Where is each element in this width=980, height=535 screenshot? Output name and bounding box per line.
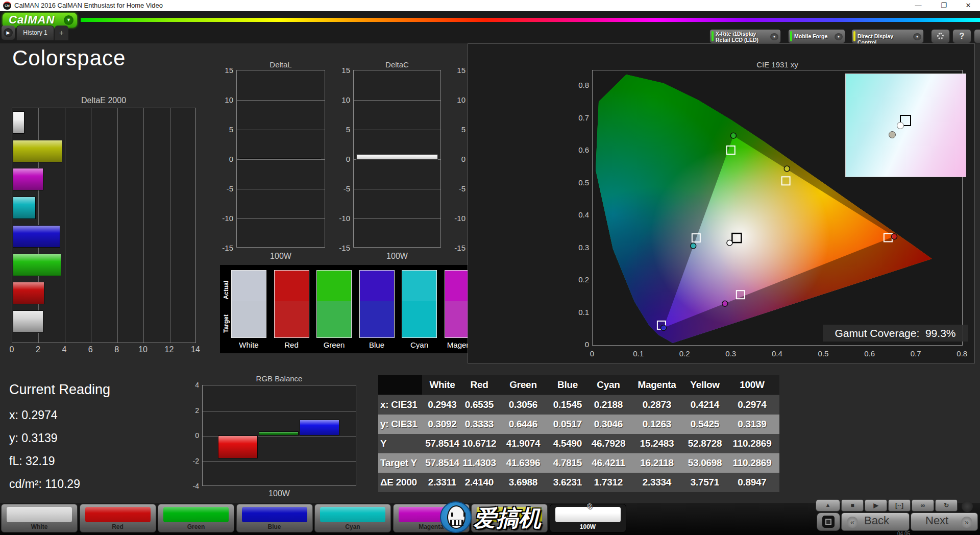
table-cell: 110.2869	[725, 453, 779, 473]
rgb-bar-red	[218, 435, 258, 458]
table-cell: 0.1545	[547, 395, 588, 415]
pattern-swatch	[320, 507, 385, 522]
table-cell: 0.3333	[459, 415, 499, 434]
pattern-button-red[interactable]: Red	[80, 504, 156, 532]
reading-0: x: 0.2974	[9, 408, 58, 422]
rgb-y-tick: -4	[185, 482, 199, 490]
transport-play-button[interactable]: ▶	[865, 499, 887, 512]
cie-measured-magenta	[722, 301, 728, 306]
deltae-x-tick: 12	[163, 345, 176, 354]
table-cell: 0.4214	[685, 395, 725, 415]
cie-measured-red	[892, 234, 897, 239]
table-cell: 0.8947	[725, 473, 779, 492]
table-cell: 53.0698	[685, 453, 725, 473]
pattern-swatch	[163, 507, 229, 522]
cie-y-tick: 0.7	[570, 113, 589, 122]
deltae-x-tick: 2	[32, 345, 44, 354]
pattern-button-cyan[interactable]: Cyan	[314, 504, 391, 532]
pattern-button-white[interactable]: White	[1, 504, 78, 532]
pattern-swatch	[85, 507, 151, 522]
table-header-row: WhiteRedGreenBlueCyanMagentaYellow100W	[378, 375, 779, 395]
table-row-label: x: CIE31	[380, 395, 425, 415]
gridline	[203, 461, 356, 462]
table-col-header: Blue	[547, 375, 588, 395]
pattern-window-button[interactable]	[817, 513, 840, 531]
reading-3: cd/m²: 110.29	[9, 477, 80, 491]
pattern-swatch	[242, 507, 307, 522]
next-button[interactable]: Next »	[911, 513, 978, 531]
transport-stop-button[interactable]: ■	[841, 499, 864, 512]
gridline	[203, 411, 356, 411]
rgb-y-tick: -2	[185, 457, 199, 465]
table-row: x: CIE310.29430.65350.30560.15450.21880.…	[378, 395, 779, 415]
table-cell: 4.5490	[547, 434, 588, 453]
cie-x-tick: 0.5	[815, 349, 831, 358]
stop-icon: ■	[850, 502, 854, 509]
deltae-x-tick: 4	[58, 345, 70, 354]
rgb-y-tick: 4	[185, 381, 199, 389]
table-cell: 11.4303	[459, 453, 499, 473]
table-cell: 0.0517	[547, 415, 588, 434]
rgb-y-tick: 2	[185, 406, 199, 415]
transport-range-button[interactable]: [··]	[888, 499, 911, 512]
table-col-header: 100W	[725, 375, 779, 395]
pattern-label: White	[2, 523, 77, 530]
up-arrow-icon: ▲	[825, 502, 831, 508]
rgb-balance-category: 100W	[202, 489, 356, 498]
table-cell: 15.2483	[629, 434, 685, 453]
cie-y-tick: 0.8	[570, 81, 589, 89]
play-icon: ▶	[873, 502, 878, 509]
deltae-x-tick: 10	[137, 345, 149, 354]
table-cell: 0.2943	[425, 395, 459, 415]
infinity-icon: ∞	[921, 502, 925, 509]
cie-y-tick: 0.2	[570, 275, 589, 284]
table-row-label: Y	[380, 434, 425, 453]
table-col-header: White	[425, 375, 459, 395]
table-cell: 0.3056	[499, 395, 547, 415]
table-cell: 10.6712	[459, 434, 499, 453]
table-cell: 3.6231	[547, 473, 588, 492]
table-corner-cell	[378, 375, 422, 395]
cie-measured-cyan	[691, 243, 696, 249]
pattern-label: Cyan	[315, 523, 390, 530]
pattern-button-blue[interactable]: Blue	[236, 504, 313, 532]
table-cell: 0.6446	[499, 415, 547, 434]
cie-y-tick: 0	[570, 340, 589, 349]
reading-2: fL: 32.19	[9, 454, 55, 468]
cie-x-tick: 0.3	[723, 349, 739, 358]
refresh-icon: ↻	[944, 502, 949, 509]
table-cell: 1.7312	[588, 473, 629, 492]
table-row-label: ΔE 2000	[380, 473, 425, 492]
rgb-bar-blue	[300, 420, 339, 435]
whitepoint-reference-dot	[889, 131, 896, 138]
pattern-window-icon	[822, 516, 835, 528]
table-cell: 2.3334	[629, 473, 685, 492]
transport-refresh-button[interactable]: ↻	[935, 499, 958, 512]
table-cell: 2.3311	[425, 473, 459, 492]
cie-y-tick: 0.6	[570, 145, 589, 154]
pattern-button-magenta[interactable]: Magenta	[393, 504, 470, 532]
table-col-header: Green	[499, 375, 547, 395]
pattern-swatch	[7, 507, 72, 522]
rgb-bar-green	[259, 431, 299, 435]
table-cell: 57.8514	[425, 434, 459, 453]
pattern-button-green[interactable]: Green	[158, 504, 234, 532]
cie-measured-white	[727, 240, 732, 246]
cie-y-tick: 0.3	[570, 243, 589, 252]
pattern-button-100w[interactable]: 100W	[550, 504, 626, 532]
rgb-y-tick: 0	[185, 431, 199, 440]
expand-controls-button[interactable]: ▲	[816, 499, 840, 512]
pattern-button-yellow[interactable]: Yellow	[471, 504, 548, 532]
transport-infinity-button[interactable]: ∞	[912, 499, 934, 512]
back-button[interactable]: « Back	[841, 513, 910, 531]
table-cell: 46.4211	[588, 453, 629, 473]
table-col-header: Cyan	[588, 375, 629, 395]
table-cell: 0.3046	[588, 415, 629, 434]
range-icon: [··]	[895, 502, 903, 509]
cie-x-tick: 0.6	[862, 349, 878, 358]
cie-y-tick: 0.5	[570, 178, 589, 187]
table-cell: 3.7571	[685, 473, 725, 492]
table-col-header: Yellow	[685, 375, 725, 395]
cie-x-tick: 0.8	[954, 349, 970, 358]
cie-x-tick: 0.7	[908, 349, 924, 358]
